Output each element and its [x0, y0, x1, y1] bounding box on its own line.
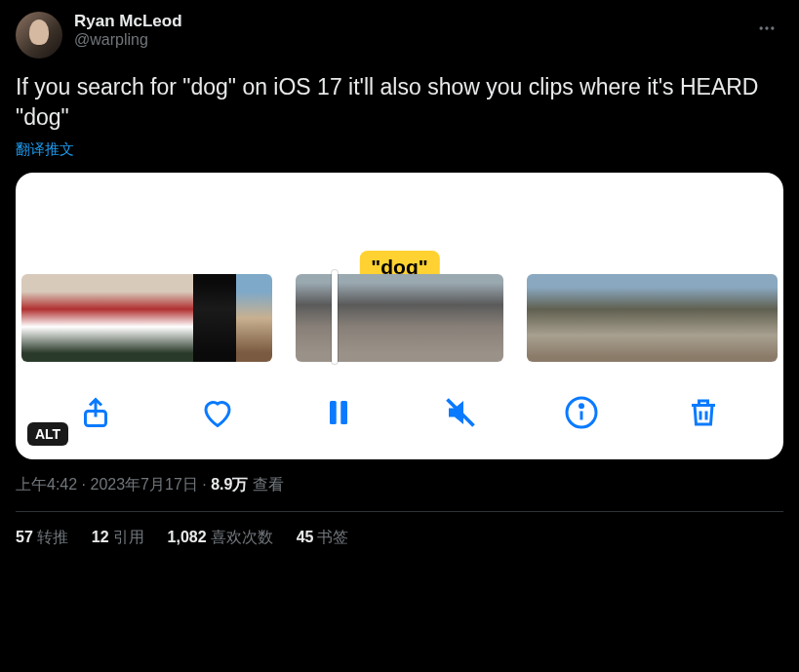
video-frame [64, 274, 107, 362]
retweets-label: 转推 [37, 529, 68, 545]
pause-button[interactable] [317, 391, 360, 434]
video-frame [741, 274, 778, 362]
author-block[interactable]: Ryan McLeod @warpling [74, 12, 739, 49]
svg-point-0 [760, 26, 763, 29]
clip-group[interactable] [296, 274, 504, 362]
favorite-button[interactable] [196, 391, 239, 434]
share-button[interactable] [74, 391, 117, 434]
tweet-container: Ryan McLeod @warpling If you search for … [0, 0, 799, 548]
video-frame [339, 274, 381, 362]
info-icon [564, 395, 599, 430]
likes-label: 喜欢次数 [211, 529, 273, 545]
trash-icon [686, 395, 721, 430]
video-frame [21, 274, 64, 362]
video-frame [656, 274, 699, 362]
video-frame [570, 274, 613, 362]
video-frame [236, 274, 272, 362]
views-count: 8.9万 [211, 476, 248, 493]
author-handle: @warpling [74, 31, 739, 49]
svg-point-9 [580, 405, 583, 408]
tweet-stats: 57转推 12引用 1,082喜欢次数 45书签 [16, 512, 783, 548]
heart-icon [200, 395, 235, 430]
tweet-text: If you search for "dog" on iOS 17 it'll … [16, 72, 783, 133]
speaker-muted-icon [443, 395, 478, 430]
likes-stat[interactable]: 1,082喜欢次数 [168, 528, 273, 548]
media-controls [16, 379, 783, 459]
retweets-count: 57 [16, 529, 33, 545]
quotes-stat[interactable]: 12引用 [92, 528, 144, 548]
tweet-time: 上午4:42 [16, 476, 77, 493]
video-frame [424, 274, 467, 362]
alt-badge[interactable]: ALT [27, 422, 68, 446]
tweet-date: 2023年7月17日 [90, 476, 197, 493]
mute-button[interactable] [439, 391, 482, 434]
clip-group[interactable] [527, 274, 778, 362]
more-button[interactable] [750, 12, 783, 45]
bookmarks-label: 书签 [317, 529, 348, 545]
video-frame [699, 274, 741, 362]
video-frame [467, 274, 504, 362]
svg-rect-4 [330, 401, 337, 424]
views-label: 查看 [253, 476, 284, 493]
video-frame [613, 274, 656, 362]
tweet-meta[interactable]: 上午4:42 · 2023年7月17日 · 8.9万 查看 [16, 475, 783, 495]
video-timeline[interactable] [16, 231, 783, 379]
avatar[interactable] [16, 12, 62, 59]
bookmarks-count: 45 [297, 529, 314, 545]
tweet-header: Ryan McLeod @warpling [16, 12, 783, 59]
quotes-count: 12 [92, 529, 109, 545]
playhead[interactable] [332, 270, 338, 364]
video-frame [381, 274, 424, 362]
svg-point-2 [771, 26, 774, 29]
pause-icon [321, 395, 356, 430]
video-frame [527, 274, 570, 362]
retweets-stat[interactable]: 57转推 [16, 528, 68, 548]
video-frame [150, 274, 193, 362]
video-frame [107, 274, 150, 362]
more-icon [757, 19, 777, 38]
bookmarks-stat[interactable]: 45书签 [297, 528, 349, 548]
clip-group[interactable] [21, 274, 272, 362]
delete-button[interactable] [682, 391, 725, 434]
share-icon [78, 395, 113, 430]
info-button[interactable] [560, 391, 603, 434]
video-frame [193, 274, 236, 362]
author-display-name: Ryan McLeod [74, 12, 739, 31]
svg-rect-5 [341, 401, 348, 424]
media-card[interactable]: "dog" [16, 173, 783, 459]
translate-link[interactable]: 翻译推文 [16, 140, 783, 159]
quotes-label: 引用 [113, 529, 144, 545]
svg-point-1 [765, 26, 768, 29]
likes-count: 1,082 [168, 529, 207, 545]
